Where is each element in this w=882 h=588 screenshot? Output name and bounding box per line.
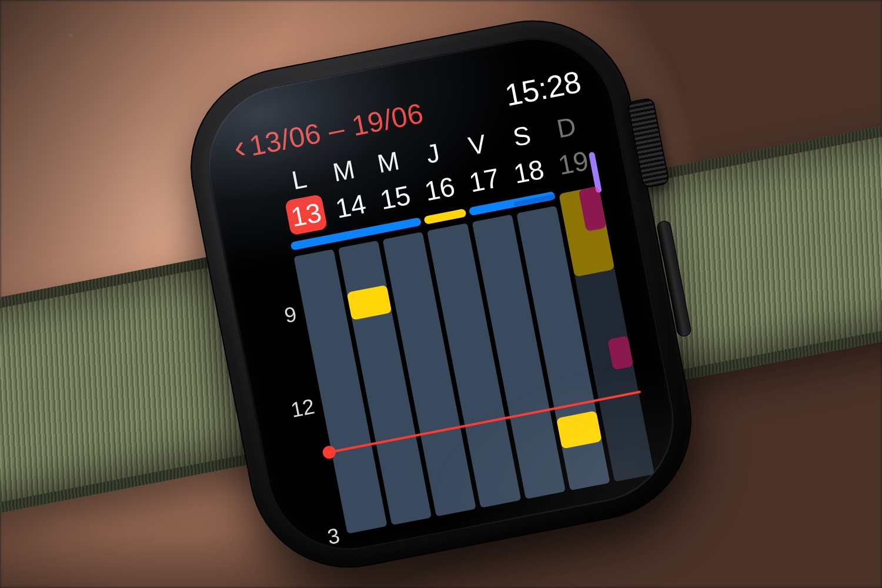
hour-tick-12: 12	[289, 394, 316, 423]
allday-event[interactable]	[424, 209, 467, 225]
watch-bezel: ‹ 13/06 – 19/06 15:28 L M M J V S D 13 1…	[194, 24, 688, 564]
day-19[interactable]: 19	[547, 141, 599, 185]
hour-tick-3: 3	[325, 523, 342, 550]
watch: ‹ 13/06 – 19/06 15:28 L M M J V S D 13 1…	[173, 3, 709, 584]
calendar-event[interactable]	[347, 285, 392, 320]
screen: ‹ 13/06 – 19/06 15:28 L M M J V S D 13 1…	[231, 64, 653, 522]
day-13[interactable]: 13	[280, 193, 332, 236]
weekday-v: V	[452, 126, 502, 164]
day-15[interactable]: 15	[370, 176, 421, 219]
week-grid[interactable]: 9123	[256, 196, 657, 541]
calendar-event[interactable]	[607, 336, 633, 370]
weekday-m1: M	[319, 152, 369, 190]
day-14[interactable]: 14	[325, 185, 376, 228]
day-18[interactable]: 18	[503, 150, 554, 193]
weekday-s: S	[497, 118, 547, 155]
day-17[interactable]: 17	[459, 159, 510, 202]
clock: 15:28	[502, 64, 584, 113]
hour-tick-9: 9	[282, 302, 299, 328]
weekday-m2: M	[363, 143, 413, 181]
weekday-d: D	[542, 109, 592, 146]
weekday-l: L	[274, 161, 324, 199]
day-16[interactable]: 16	[414, 167, 465, 211]
weekday-j: J	[408, 135, 458, 172]
calendar-event[interactable]	[556, 411, 602, 449]
chevron-left-icon[interactable]: ‹	[231, 130, 248, 165]
